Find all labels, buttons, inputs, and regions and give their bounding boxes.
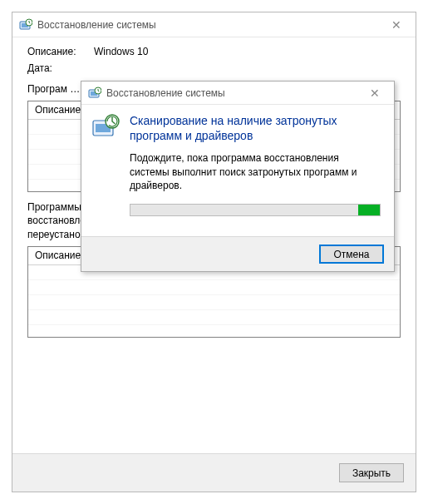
modal-footer: Отмена [81,236,394,271]
modal-message: Подождите, пока программа восстановления… [130,151,381,192]
restored-programs-rows [28,265,400,337]
date-row: Дата: [27,62,401,74]
description-value: Windows 10 [94,46,148,57]
scanning-dialog: Восстановление системы ✕ Сканирование на… [81,81,395,272]
system-restore-icon [88,86,101,100]
modal-text-area: Сканирование на наличие затронутых прогр… [130,113,381,230]
outer-window-title: Восстановление системы [37,19,384,31]
outer-footer: Закрыть [12,453,416,492]
description-row: Описание: Windows 10 [27,46,401,57]
outer-titlebar: Восстановление системы ✕ [12,12,416,37]
restore-large-icon [91,113,120,230]
cancel-button[interactable]: Отмена [319,245,384,264]
close-button[interactable]: Закрыть [339,463,404,482]
modal-window-title: Восстановление системы [106,87,362,99]
modal-close-button[interactable]: ✕ [362,86,387,100]
description-label: Описание: [27,46,94,57]
system-restore-icon [19,18,32,32]
progress-bar-fill [358,205,380,215]
modal-heading: Сканирование на наличие затронутых прогр… [130,113,381,143]
modal-body: Сканирование на наличие затронутых прогр… [81,105,394,236]
progress-bar [130,204,381,216]
modal-titlebar: Восстановление системы ✕ [81,82,394,105]
outer-close-button[interactable]: ✕ [384,18,409,32]
date-label: Дата: [27,62,94,74]
system-restore-window: Восстановление системы ✕ Описание: Windo… [12,12,416,492]
